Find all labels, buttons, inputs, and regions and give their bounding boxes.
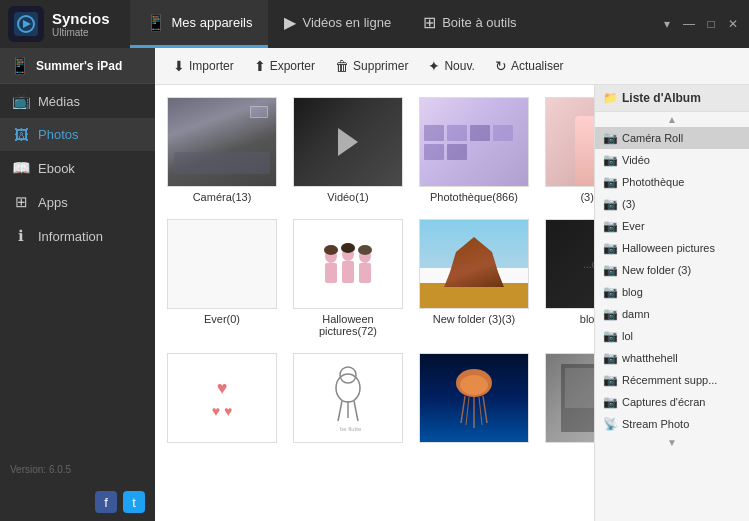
device-header[interactable]: 📱 Summer's iPad (0, 48, 155, 84)
tab-tools[interactable]: ⊞ Boite à outils (407, 0, 532, 48)
export-button[interactable]: ⬆ Exporter (246, 54, 323, 78)
refresh-icon: ↻ (495, 58, 507, 74)
album-item-blog[interactable]: 📷 blog (595, 281, 749, 303)
album-item-photolib[interactable]: 📷 Photothèque (595, 171, 749, 193)
album-item-3[interactable]: 📷 (3) (595, 193, 749, 215)
app-title-text: Syncios (52, 10, 110, 27)
svg-line-20 (461, 396, 465, 423)
tab-devices[interactable]: 📱 Mes appareils (130, 0, 269, 48)
tab-tools-label: Boite à outils (442, 15, 516, 30)
album-captures-icon: 📷 (603, 395, 618, 409)
album-item-video[interactable]: 📷 Vidéo (595, 149, 749, 171)
thumb-room (545, 353, 594, 443)
grid-item-video-label: Vidéo(1) (327, 191, 368, 203)
main-area: 📱 Summer's iPad 📺 Médias 🖼 Photos 📖 Eboo… (0, 48, 749, 521)
album-item-halloween[interactable]: 📷 Halloween pictures (595, 237, 749, 259)
sidebar-item-apps-label: Apps (38, 195, 68, 210)
devices-tab-icon: 📱 (146, 13, 166, 32)
album-item-newfolder[interactable]: 📷 New folder (3) (595, 259, 749, 281)
svg-point-11 (358, 245, 372, 255)
delete-button[interactable]: 🗑 Supprimer (327, 54, 416, 78)
wifi-button[interactable]: ▾ (659, 16, 675, 32)
new-icon: ✦ (428, 58, 440, 74)
grid-item-halloween-label: Halloween pictures(72) (293, 313, 403, 337)
maximize-button[interactable]: □ (703, 16, 719, 32)
grid-item-newfolder-label: New folder (3)(3) (433, 313, 516, 325)
tab-videos[interactable]: ▶ Vidéos en ligne (268, 0, 407, 48)
grid-scroll[interactable]: Caméra(13) Vidéo(1) (155, 85, 594, 521)
grid-item-phototheque[interactable]: Photothèque(866) (419, 97, 529, 203)
album-3-label: (3) (622, 198, 635, 210)
tab-devices-label: Mes appareils (172, 15, 253, 30)
thumb-blog: ...oo...? (545, 219, 594, 309)
album-grid: Caméra(13) Vidéo(1) (167, 97, 582, 447)
new-button[interactable]: ✦ Nouv. (420, 54, 482, 78)
album-camera-label: Caméra Roll (622, 132, 683, 144)
album-blog-icon: 📷 (603, 285, 618, 299)
sidebar-item-information[interactable]: ℹ Information (0, 219, 155, 253)
tab-videos-label: Vidéos en ligne (302, 15, 391, 30)
thumb-video (293, 97, 403, 187)
thumb-camera (167, 97, 277, 187)
grid-item-ever[interactable]: Ever(0) (167, 219, 277, 337)
social-icons: f t (0, 483, 155, 521)
grid-item-room[interactable] (545, 353, 594, 447)
album-photolib-icon: 📷 (603, 175, 618, 189)
sidebar-item-apps[interactable]: ⊞ Apps (0, 185, 155, 219)
album-stream-icon: 📡 (603, 417, 618, 431)
import-button[interactable]: ⬇ Importer (165, 54, 242, 78)
twitter-button[interactable]: t (123, 491, 145, 513)
refresh-button[interactable]: ↻ Actualiser (487, 54, 572, 78)
app-logo (8, 6, 44, 42)
thumb-newfolder (419, 219, 529, 309)
album-item-damn[interactable]: 📷 damn (595, 303, 749, 325)
sidebar-item-medias[interactable]: 📺 Médias (0, 84, 155, 118)
minimize-button[interactable]: — (681, 16, 697, 32)
close-button[interactable]: ✕ (725, 16, 741, 32)
album-item-captures[interactable]: 📷 Captures d'écran (595, 391, 749, 413)
grid-item-3[interactable]: (3)(208) (545, 97, 594, 203)
sidebar-item-medias-label: Médias (38, 94, 80, 109)
grid-item-3-label: (3)(208) (580, 191, 594, 203)
medias-icon: 📺 (12, 92, 30, 110)
sidebar-item-ebook[interactable]: 📖 Ebook (0, 151, 155, 185)
thumb-damn: ♥ ♥ ♥ (167, 353, 277, 443)
grid-item-camera[interactable]: Caméra(13) (167, 97, 277, 203)
album-icon: 📁 (603, 91, 618, 105)
device-icon: 📱 (10, 56, 30, 75)
sidebar-item-photos[interactable]: 🖼 Photos (0, 118, 155, 151)
thumb-phototheque (419, 97, 529, 187)
album-item-stream[interactable]: 📡 Stream Photo (595, 413, 749, 435)
grid-item-video[interactable]: Vidéo(1) (293, 97, 403, 203)
grid-item-blog[interactable]: ...oo...? blog(59) (545, 219, 594, 337)
apps-icon: ⊞ (12, 193, 30, 211)
grid-item-halloween[interactable]: Halloween pictures(72) (293, 219, 403, 337)
version-text: Version: 6.0.5 (10, 464, 71, 475)
grid-item-lol[interactable]: be flutte (293, 353, 403, 447)
album-item-lol[interactable]: 📷 lol (595, 325, 749, 347)
grid-item-newfolder[interactable]: New folder (3)(3) (419, 219, 529, 337)
album-item-ever[interactable]: 📷 Ever (595, 215, 749, 237)
import-label: Importer (189, 59, 234, 73)
svg-rect-4 (325, 263, 337, 283)
svg-point-9 (324, 245, 338, 255)
facebook-button[interactable]: f (95, 491, 117, 513)
grid-item-phototheque-label: Photothèque(866) (430, 191, 518, 203)
album-item-recently[interactable]: 📷 Récemment supp... (595, 369, 749, 391)
scroll-up-arrow[interactable]: ▲ (595, 112, 749, 127)
album-video-label: Vidéo (622, 154, 650, 166)
album-item-whatthehell[interactable]: 📷 whatthehell (595, 347, 749, 369)
app-subtitle-text: Ultimate (52, 27, 110, 38)
svg-rect-6 (342, 261, 354, 283)
svg-line-21 (466, 397, 469, 425)
sidebar-item-ebook-label: Ebook (38, 161, 75, 176)
svg-point-10 (341, 243, 355, 253)
album-recently-label: Récemment supp... (622, 374, 717, 386)
grid-item-damn[interactable]: ♥ ♥ ♥ (167, 353, 277, 447)
scroll-down-arrow[interactable]: ▼ (595, 435, 749, 450)
sidebar-footer: Version: 6.0.5 (0, 456, 155, 483)
album-whatthehell-icon: 📷 (603, 351, 618, 365)
grid-item-jellyfish[interactable] (419, 353, 529, 447)
album-lol-label: lol (622, 330, 633, 342)
album-item-camera[interactable]: 📷 Caméra Roll (595, 127, 749, 149)
